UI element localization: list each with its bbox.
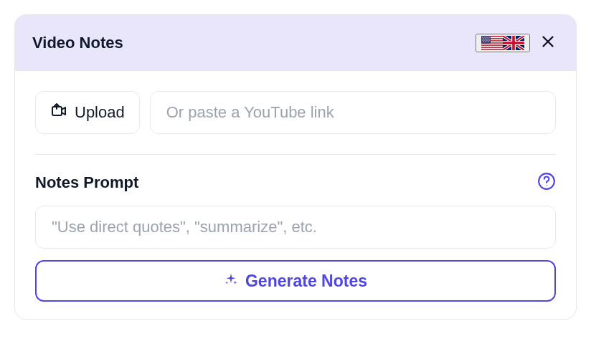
svg-point-21 (488, 41, 488, 42)
card-header: Video Notes (15, 15, 576, 71)
svg-rect-5 (481, 45, 503, 47)
prompt-section-title: Notes Prompt (35, 173, 138, 192)
card-title: Video Notes (32, 34, 123, 52)
source-row: Upload (35, 91, 556, 134)
help-icon (537, 172, 556, 193)
upload-button[interactable]: Upload (35, 91, 140, 134)
svg-point-18 (488, 39, 489, 40)
svg-point-11 (488, 37, 489, 37)
svg-point-8 (482, 37, 483, 37)
close-icon (540, 34, 556, 52)
video-notes-card: Video Notes (14, 14, 577, 320)
sparkles-icon (224, 272, 238, 291)
flag-us-icon (481, 36, 503, 50)
svg-point-14 (488, 38, 488, 39)
prompt-section-head: Notes Prompt (35, 172, 556, 193)
divider (35, 154, 556, 155)
generate-notes-button[interactable]: Generate Notes (35, 260, 556, 302)
svg-point-9 (484, 37, 485, 37)
prompt-help-button[interactable] (537, 172, 556, 193)
upload-button-label: Upload (75, 103, 125, 122)
svg-rect-26 (503, 42, 524, 44)
svg-point-16 (484, 39, 485, 40)
svg-point-10 (486, 37, 487, 37)
svg-point-13 (486, 38, 486, 39)
svg-rect-6 (481, 47, 503, 49)
youtube-link-input[interactable] (150, 91, 556, 134)
flag-uk-icon (503, 36, 524, 50)
header-controls (476, 31, 559, 54)
svg-point-12 (483, 38, 484, 39)
svg-point-17 (486, 39, 487, 40)
generate-button-label: Generate Notes (245, 272, 367, 291)
svg-rect-4 (481, 43, 503, 44)
svg-point-20 (486, 41, 486, 42)
svg-point-19 (483, 41, 484, 42)
svg-point-15 (482, 39, 483, 40)
notes-prompt-input[interactable] (35, 206, 556, 249)
video-upload-icon (50, 102, 67, 123)
close-button[interactable] (537, 31, 559, 54)
card-body: Upload Notes Prompt (15, 71, 576, 319)
svg-point-31 (546, 185, 547, 186)
locale-switch[interactable] (476, 34, 530, 52)
